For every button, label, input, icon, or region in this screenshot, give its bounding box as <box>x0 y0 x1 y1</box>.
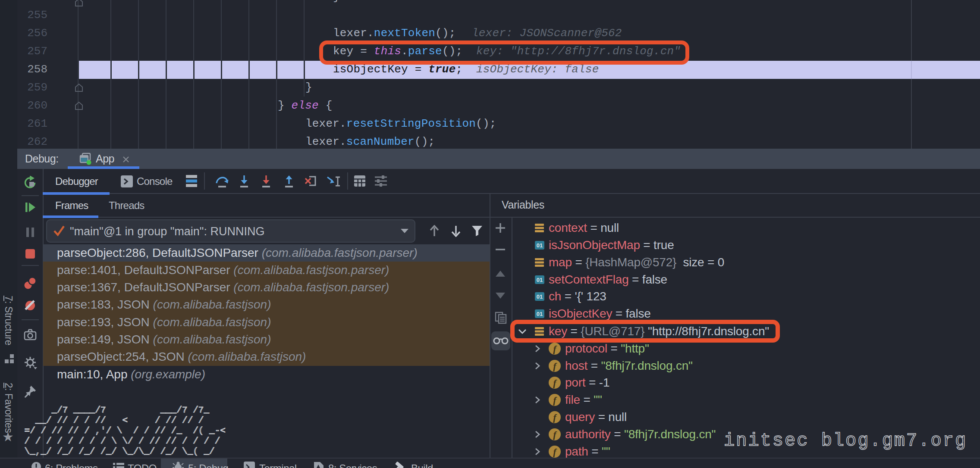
svg-text:01: 01 <box>537 293 543 300</box>
svg-text:01: 01 <box>537 277 543 283</box>
svg-text:01: 01 <box>537 242 543 249</box>
svg-text:01: 01 <box>537 311 543 317</box>
